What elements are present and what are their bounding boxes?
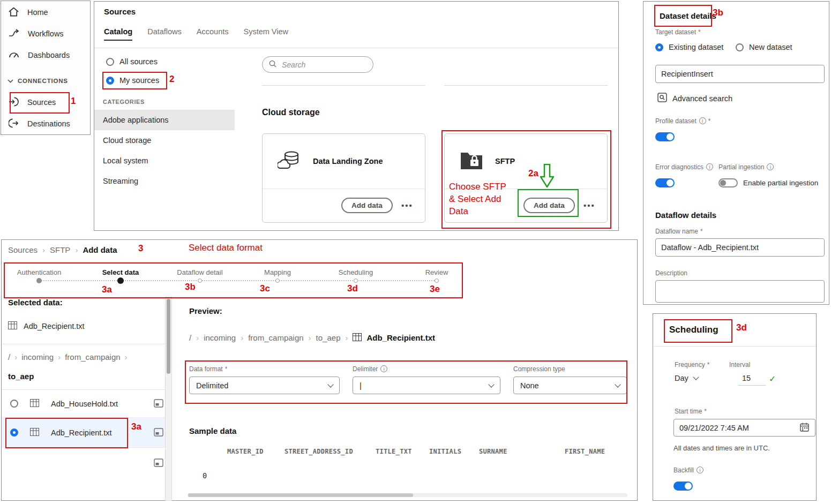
description-textarea[interactable] <box>655 280 825 303</box>
horizontal-scrollbar[interactable] <box>188 493 627 497</box>
categories-list: Adobe applications Cloud storage Local s… <box>94 110 235 191</box>
category-adobe-applications[interactable]: Adobe applications <box>94 110 235 130</box>
more-options-icon[interactable]: ••• <box>580 200 598 210</box>
step-review: Review <box>425 268 448 276</box>
step-mapping: Mapping <box>264 268 291 276</box>
file-row-household[interactable]: Adb_HouseHold.txt <box>2 390 165 418</box>
step-select-data: Select data <box>102 268 139 276</box>
crumb-incoming[interactable]: incoming <box>204 333 236 342</box>
table-cell: 0 <box>203 471 207 480</box>
compression-type-select[interactable]: None <box>513 377 627 394</box>
table-icon <box>30 399 39 409</box>
new-dataset-option[interactable]: New dataset <box>736 43 792 51</box>
column-header: INITIALS <box>429 448 461 455</box>
scheduling-panel: Scheduling Frequency Interval Day 15 ✓ S… <box>653 313 817 501</box>
crumb-incoming[interactable]: incoming <box>21 352 54 362</box>
all-sources-radio[interactable] <box>106 58 114 66</box>
tab-accounts[interactable]: Accounts <box>197 27 229 41</box>
nav-item-destinations[interactable]: Destinations <box>1 114 90 134</box>
table-icon <box>8 321 17 331</box>
breadcrumb-separator-icon <box>14 352 17 362</box>
column-header: SURNAME <box>479 448 507 455</box>
valid-check-icon: ✓ <box>769 374 776 384</box>
vertical-scrollbar[interactable] <box>165 297 172 501</box>
category-streaming[interactable]: Streaming <box>94 171 235 191</box>
destinations-icon <box>9 118 19 130</box>
new-dataset-radio[interactable] <box>736 43 744 51</box>
nav-item-dashboards[interactable]: Dashboards <box>1 45 90 65</box>
delimiter-label-text: Delimiter <box>353 365 378 373</box>
nav-item-sources[interactable]: Sources <box>1 92 90 112</box>
chevron-down-icon <box>488 381 494 387</box>
crumb-from-campaign[interactable]: from_campaign <box>65 352 120 362</box>
breadcrumb-separator-icon <box>309 333 311 342</box>
nav-section-connections[interactable]: CONNECTIONS <box>1 73 90 89</box>
step-dot-todo <box>198 279 202 283</box>
tab-system-view[interactable]: System View <box>244 27 289 41</box>
data-format-label: Data format <box>189 365 227 373</box>
filter-my-sources[interactable]: My sources <box>106 76 159 85</box>
annotation-3b-dataset: 3b <box>713 7 723 18</box>
interval-input[interactable]: 15 <box>738 372 766 386</box>
tab-dataflows[interactable]: Dataflows <box>147 27 182 41</box>
chevron-down-icon <box>615 381 620 387</box>
file-name: Adb_HouseHold.txt <box>51 400 118 408</box>
delimiter-select[interactable]: | <box>353 377 500 394</box>
category-cloud-storage[interactable]: Cloud storage <box>94 130 235 151</box>
nav-item-workflows[interactable]: Workflows <box>1 24 90 44</box>
start-time-label: Start time <box>675 408 707 415</box>
nav-item-home[interactable]: Home <box>1 2 90 22</box>
data-format-select[interactable]: Delimited <box>189 377 340 394</box>
scrollbar-thumb[interactable] <box>188 493 413 497</box>
interval-label: Interval <box>729 361 750 368</box>
annotation-3d-step: 3d <box>347 283 358 294</box>
profile-dataset-toggle[interactable] <box>655 132 675 141</box>
backfill-label-text: Backfill <box>673 467 694 474</box>
crumb-from-campaign[interactable]: from_campaign <box>248 333 303 342</box>
category-local-system[interactable]: Local system <box>94 151 235 171</box>
dataset-name-input[interactable] <box>655 65 825 83</box>
tab-catalog[interactable]: Catalog <box>104 27 132 41</box>
nav-label-dashboards: Dashboards <box>28 51 70 59</box>
crumb-to-aep[interactable]: to_aep <box>316 333 341 342</box>
file-radio[interactable] <box>10 400 18 408</box>
preview-file-icon[interactable] <box>154 399 163 409</box>
existing-dataset-radio[interactable] <box>655 43 663 51</box>
search-box <box>262 56 373 73</box>
existing-dataset-label: Existing dataset <box>669 43 723 51</box>
backfill-toggle[interactable] <box>673 482 693 491</box>
partial-ingestion-toggle[interactable] <box>718 178 738 187</box>
sample-data-heading: Sample data <box>189 426 236 435</box>
filter-all-sources[interactable]: All sources <box>106 57 158 66</box>
frequency-select[interactable]: Day <box>675 374 698 382</box>
annotation-1: 1 <box>71 96 76 107</box>
advanced-search-label: Advanced search <box>672 94 732 103</box>
error-diagnostics-toggle[interactable] <box>655 178 675 187</box>
preview-file-icon[interactable] <box>154 428 163 438</box>
selected-file-chip: Adb_Recipient.txt <box>8 321 85 331</box>
preview-file-icon[interactable] <box>154 458 163 469</box>
start-time-input[interactable] <box>673 419 795 437</box>
divider <box>2 344 165 344</box>
column-header: FIRST_NAME <box>565 448 605 455</box>
scrollbar-thumb[interactable] <box>167 299 170 374</box>
search-input[interactable] <box>281 60 363 70</box>
partial-ingestion-label-text: Partial ingestion <box>718 163 764 171</box>
card-title: SFTP <box>495 157 515 166</box>
preview-file-name: Adb_Recipient.txt <box>366 333 435 342</box>
dashboards-icon <box>9 50 19 60</box>
crumb-root[interactable]: / <box>189 333 191 342</box>
more-options-icon[interactable]: ••• <box>398 200 416 210</box>
sources-catalog-panel: Sources Catalog Dataflows Accounts Syste… <box>94 1 619 231</box>
dataflow-name-label: Dataflow name <box>655 228 703 235</box>
existing-dataset-option[interactable]: Existing dataset <box>655 43 723 51</box>
breadcrumb-separator-icon <box>196 333 199 342</box>
frequency-label: Frequency <box>675 361 709 368</box>
my-sources-radio[interactable] <box>106 77 114 85</box>
advanced-search[interactable]: Advanced search <box>657 93 732 104</box>
crumb-root[interactable]: / <box>8 352 10 362</box>
calendar-button[interactable] <box>794 419 815 437</box>
file-radio[interactable] <box>10 428 18 437</box>
add-data-button-dlz[interactable]: Add data <box>341 198 393 213</box>
dataflow-name-input[interactable] <box>655 238 825 257</box>
